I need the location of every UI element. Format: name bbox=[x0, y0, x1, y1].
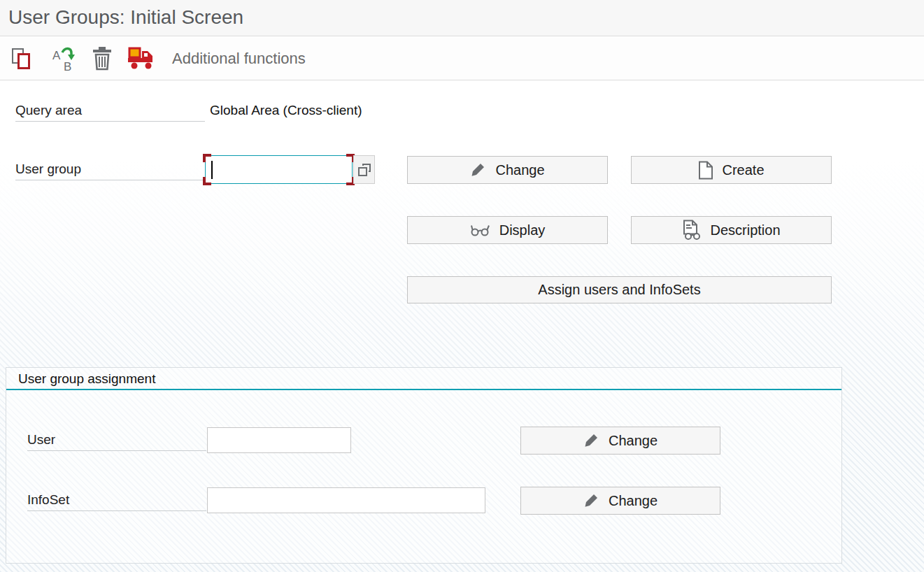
user-group-assignment-groupbox: User group assignment User Change InfoSe… bbox=[6, 367, 842, 564]
user-label: User bbox=[27, 429, 206, 451]
change-infoset-button-label: Change bbox=[609, 493, 658, 509]
text-cursor bbox=[211, 161, 213, 179]
matchcode-icon bbox=[357, 163, 371, 177]
pencil-icon bbox=[583, 432, 600, 449]
page-title: User Groups: Initial Screen bbox=[8, 0, 243, 35]
groupbox-title: User group assignment bbox=[18, 369, 155, 389]
description-button[interactable]: Description bbox=[631, 216, 832, 244]
rename-icon: A B bbox=[52, 46, 76, 71]
query-area-label: Query area bbox=[15, 100, 205, 122]
additional-functions-button[interactable]: Additional functions bbox=[169, 37, 308, 80]
change-button-label: Change bbox=[495, 162, 544, 178]
pencil-icon bbox=[583, 492, 600, 509]
transport-truck-icon bbox=[127, 47, 157, 71]
pencil-icon bbox=[470, 162, 487, 178]
rename-button[interactable]: A B bbox=[49, 37, 78, 80]
svg-text:B: B bbox=[64, 60, 71, 71]
delete-button[interactable] bbox=[88, 37, 116, 80]
infoset-label: InfoSet bbox=[27, 489, 206, 511]
copy-button[interactable] bbox=[8, 37, 34, 80]
svg-text:A: A bbox=[52, 49, 61, 62]
change-infoset-button[interactable]: Change bbox=[520, 487, 720, 515]
user-group-input[interactable] bbox=[206, 156, 352, 183]
new-document-icon bbox=[698, 161, 713, 180]
infoset-input[interactable] bbox=[207, 487, 485, 513]
title-bar: User Groups: Initial Screen bbox=[0, 0, 924, 36]
user-input[interactable] bbox=[207, 427, 351, 453]
sap-window: User Groups: Initial Screen A B bbox=[0, 0, 924, 572]
groupbox-accent-rule bbox=[6, 389, 841, 390]
assign-users-infosets-label: Assign users and InfoSets bbox=[538, 282, 700, 298]
copy-icon bbox=[11, 48, 31, 70]
assign-users-infosets-button[interactable]: Assign users and InfoSets bbox=[407, 276, 832, 303]
document-glasses-icon bbox=[682, 220, 702, 241]
glasses-icon bbox=[470, 224, 491, 236]
query-area-value: Global Area (Cross-client) bbox=[210, 100, 362, 122]
transport-button[interactable] bbox=[125, 37, 159, 80]
user-group-label: User group bbox=[15, 159, 205, 180]
change-user-button[interactable]: Change bbox=[520, 427, 720, 455]
user-group-input-wrapper bbox=[205, 155, 353, 184]
display-button[interactable]: Display bbox=[407, 216, 608, 244]
change-button[interactable]: Change bbox=[407, 156, 608, 184]
create-button-label: Create bbox=[722, 162, 764, 178]
description-button-label: Description bbox=[710, 222, 780, 238]
user-group-value-help-button[interactable] bbox=[353, 155, 375, 184]
change-user-button-label: Change bbox=[609, 433, 658, 449]
display-button-label: Display bbox=[499, 222, 546, 238]
application-toolbar: A B bbox=[0, 37, 924, 80]
create-button[interactable]: Create bbox=[631, 156, 832, 184]
delete-trash-icon bbox=[91, 46, 113, 71]
